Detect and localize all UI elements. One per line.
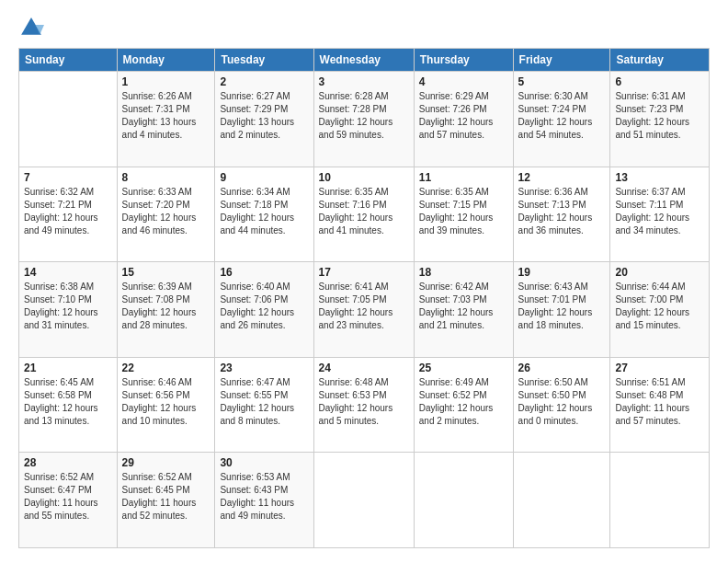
cell-day-number: 5 <box>518 75 606 88</box>
cell-day-number: 23 <box>220 362 308 374</box>
calendar-cell: 13Sunrise: 6:37 AMSunset: 7:11 PMDayligh… <box>610 167 710 262</box>
calendar-cell: 7Sunrise: 6:32 AMSunset: 7:21 PMDaylight… <box>19 167 118 262</box>
cell-info: Sunrise: 6:30 AMSunset: 7:24 PMDaylight:… <box>518 90 606 142</box>
calendar-week-row: 1Sunrise: 6:26 AMSunset: 7:31 PMDaylight… <box>19 72 710 167</box>
calendar-cell: 14Sunrise: 6:38 AMSunset: 7:10 PMDayligh… <box>19 262 118 358</box>
calendar-cell: 2Sunrise: 6:27 AMSunset: 7:29 PMDaylight… <box>215 72 313 167</box>
calendar-cell: 5Sunrise: 6:30 AMSunset: 7:24 PMDaylight… <box>513 72 610 167</box>
cell-info: Sunrise: 6:40 AMSunset: 7:06 PMDaylight:… <box>220 281 308 332</box>
cell-info: Sunrise: 6:50 AMSunset: 6:50 PMDaylight:… <box>518 376 606 428</box>
cell-info: Sunrise: 6:39 AMSunset: 7:08 PMDaylight:… <box>122 281 210 332</box>
calendar-cell <box>313 453 414 548</box>
calendar-cell: 12Sunrise: 6:36 AMSunset: 7:13 PMDayligh… <box>513 167 610 262</box>
calendar-day-header: Tuesday <box>215 49 313 72</box>
calendar-cell: 21Sunrise: 6:45 AMSunset: 6:58 PMDayligh… <box>19 357 118 453</box>
calendar-week-row: 14Sunrise: 6:38 AMSunset: 7:10 PMDayligh… <box>19 262 710 358</box>
calendar-cell: 6Sunrise: 6:31 AMSunset: 7:23 PMDaylight… <box>610 72 710 167</box>
cell-day-number: 6 <box>615 75 704 88</box>
cell-info: Sunrise: 6:47 AMSunset: 6:55 PMDaylight:… <box>220 376 308 428</box>
cell-info: Sunrise: 6:51 AMSunset: 6:48 PMDaylight:… <box>615 376 704 428</box>
cell-info: Sunrise: 6:52 AMSunset: 6:47 PMDaylight:… <box>24 471 112 523</box>
cell-day-number: 4 <box>419 75 508 88</box>
calendar-cell: 19Sunrise: 6:43 AMSunset: 7:01 PMDayligh… <box>513 262 610 358</box>
calendar-cell: 15Sunrise: 6:39 AMSunset: 7:08 PMDayligh… <box>117 262 215 358</box>
cell-info: Sunrise: 6:26 AMSunset: 7:31 PMDaylight:… <box>122 90 210 142</box>
cell-day-number: 1 <box>122 75 210 88</box>
cell-info: Sunrise: 6:44 AMSunset: 7:00 PMDaylight:… <box>615 281 704 332</box>
cell-info: Sunrise: 6:33 AMSunset: 7:20 PMDaylight:… <box>122 186 210 237</box>
calendar-cell: 29Sunrise: 6:52 AMSunset: 6:45 PMDayligh… <box>117 453 215 548</box>
calendar-cell: 26Sunrise: 6:50 AMSunset: 6:50 PMDayligh… <box>513 357 610 453</box>
cell-day-number: 12 <box>518 171 606 184</box>
calendar-day-header: Wednesday <box>313 49 414 72</box>
calendar-cell: 11Sunrise: 6:35 AMSunset: 7:15 PMDayligh… <box>414 167 513 262</box>
cell-day-number: 11 <box>419 171 508 184</box>
cell-day-number: 8 <box>122 171 210 184</box>
calendar-week-row: 7Sunrise: 6:32 AMSunset: 7:21 PMDaylight… <box>19 167 710 262</box>
cell-info: Sunrise: 6:36 AMSunset: 7:13 PMDaylight:… <box>518 186 606 237</box>
cell-info: Sunrise: 6:35 AMSunset: 7:16 PMDaylight:… <box>319 186 409 237</box>
calendar-header-row: SundayMondayTuesdayWednesdayThursdayFrid… <box>19 49 710 72</box>
cell-day-number: 10 <box>319 171 409 184</box>
cell-day-number: 27 <box>615 362 704 374</box>
cell-info: Sunrise: 6:53 AMSunset: 6:43 PMDaylight:… <box>220 471 308 523</box>
cell-day-number: 20 <box>615 266 704 279</box>
calendar-day-header: Thursday <box>414 49 513 72</box>
cell-info: Sunrise: 6:35 AMSunset: 7:15 PMDaylight:… <box>419 186 508 237</box>
calendar-week-row: 28Sunrise: 6:52 AMSunset: 6:47 PMDayligh… <box>19 453 710 548</box>
calendar-cell <box>19 72 118 167</box>
calendar-table: SundayMondayTuesdayWednesdayThursdayFrid… <box>18 48 710 548</box>
cell-day-number: 30 <box>220 456 308 469</box>
cell-day-number: 7 <box>24 171 112 184</box>
cell-info: Sunrise: 6:48 AMSunset: 6:53 PMDaylight:… <box>319 376 409 428</box>
calendar-cell <box>414 453 513 548</box>
cell-day-number: 9 <box>220 171 308 184</box>
cell-info: Sunrise: 6:27 AMSunset: 7:29 PMDaylight:… <box>220 90 308 142</box>
cell-info: Sunrise: 6:32 AMSunset: 7:21 PMDaylight:… <box>24 186 112 237</box>
cell-day-number: 25 <box>419 362 508 374</box>
cell-day-number: 19 <box>518 266 606 279</box>
calendar-cell: 28Sunrise: 6:52 AMSunset: 6:47 PMDayligh… <box>19 453 118 548</box>
header <box>18 15 710 40</box>
cell-day-number: 24 <box>319 362 409 374</box>
calendar-cell: 16Sunrise: 6:40 AMSunset: 7:06 PMDayligh… <box>215 262 313 358</box>
calendar-cell: 20Sunrise: 6:44 AMSunset: 7:00 PMDayligh… <box>610 262 710 358</box>
calendar-cell: 22Sunrise: 6:46 AMSunset: 6:56 PMDayligh… <box>117 357 215 453</box>
calendar-cell <box>610 453 710 548</box>
calendar-day-header: Sunday <box>19 49 118 72</box>
calendar-cell: 30Sunrise: 6:53 AMSunset: 6:43 PMDayligh… <box>215 453 313 548</box>
calendar-cell <box>513 453 610 548</box>
calendar-cell: 9Sunrise: 6:34 AMSunset: 7:18 PMDaylight… <box>215 167 313 262</box>
cell-day-number: 3 <box>319 75 409 88</box>
cell-info: Sunrise: 6:41 AMSunset: 7:05 PMDaylight:… <box>319 281 409 332</box>
cell-day-number: 28 <box>24 456 112 469</box>
cell-day-number: 14 <box>24 266 112 279</box>
calendar-cell: 17Sunrise: 6:41 AMSunset: 7:05 PMDayligh… <box>313 262 414 358</box>
cell-info: Sunrise: 6:45 AMSunset: 6:58 PMDaylight:… <box>24 376 112 428</box>
cell-day-number: 21 <box>24 362 112 374</box>
calendar-week-row: 21Sunrise: 6:45 AMSunset: 6:58 PMDayligh… <box>19 357 710 453</box>
cell-day-number: 29 <box>122 456 210 469</box>
calendar-day-header: Monday <box>117 49 215 72</box>
cell-info: Sunrise: 6:46 AMSunset: 6:56 PMDaylight:… <box>122 376 210 428</box>
cell-info: Sunrise: 6:34 AMSunset: 7:18 PMDaylight:… <box>220 186 308 237</box>
cell-info: Sunrise: 6:52 AMSunset: 6:45 PMDaylight:… <box>122 471 210 523</box>
calendar-cell: 27Sunrise: 6:51 AMSunset: 6:48 PMDayligh… <box>610 357 710 453</box>
cell-info: Sunrise: 6:37 AMSunset: 7:11 PMDaylight:… <box>615 186 704 237</box>
calendar-cell: 10Sunrise: 6:35 AMSunset: 7:16 PMDayligh… <box>313 167 414 262</box>
cell-day-number: 17 <box>319 266 409 279</box>
cell-info: Sunrise: 6:43 AMSunset: 7:01 PMDaylight:… <box>518 281 606 332</box>
cell-day-number: 2 <box>220 75 308 88</box>
cell-info: Sunrise: 6:29 AMSunset: 7:26 PMDaylight:… <box>419 90 508 142</box>
calendar-day-header: Saturday <box>610 49 710 72</box>
cell-day-number: 15 <box>122 266 210 279</box>
cell-day-number: 26 <box>518 362 606 374</box>
calendar-cell: 25Sunrise: 6:49 AMSunset: 6:52 PMDayligh… <box>414 357 513 453</box>
cell-day-number: 13 <box>615 171 704 184</box>
cell-day-number: 18 <box>419 266 508 279</box>
calendar-day-header: Friday <box>513 49 610 72</box>
cell-day-number: 16 <box>220 266 308 279</box>
calendar-cell: 18Sunrise: 6:42 AMSunset: 7:03 PMDayligh… <box>414 262 513 358</box>
logo <box>18 15 48 40</box>
page: SundayMondayTuesdayWednesdayThursdayFrid… <box>0 0 728 563</box>
